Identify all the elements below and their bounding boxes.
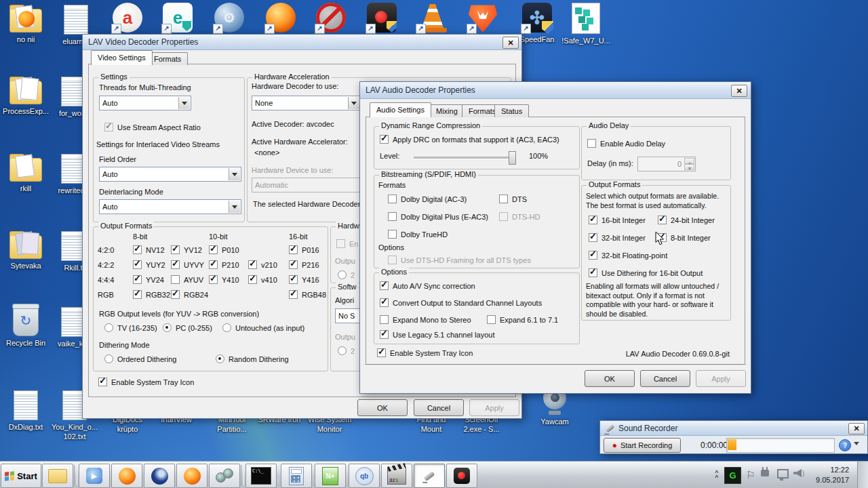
ok-button[interactable]: OK	[585, 370, 635, 387]
sound-recorder-titlebar[interactable]: Sound Recorder	[600, 421, 867, 436]
nv12-checkbox[interactable]: NV12	[133, 245, 165, 254]
desktop-icon-recorder[interactable]	[360, 3, 403, 33]
partial-checkbox[interactable]: En	[336, 239, 358, 248]
tray-chevron-icon[interactable]: ^^	[712, 467, 722, 483]
close-icon[interactable]: ✕	[502, 37, 519, 49]
eac3-checkbox[interactable]: Dolby Digital Plus (E-AC3)	[388, 212, 488, 221]
video-tray-icon-checkbox[interactable]: Enable System Tray Icon	[98, 378, 194, 386]
taskbar-firefox2-button[interactable]	[176, 464, 208, 488]
desktop-icon-antispy[interactable]	[309, 3, 353, 33]
int24-checkbox[interactable]: 24-bit Integer	[658, 216, 715, 224]
taskbar-calculator-button[interactable]	[281, 464, 312, 488]
chevron-down-icon[interactable]	[348, 97, 359, 109]
help-icon[interactable]: ?	[839, 439, 851, 451]
ac3-checkbox[interactable]: Dolby Digital (AC-3)	[388, 195, 467, 203]
show-desktop-button[interactable]	[857, 462, 868, 488]
taskbar-qbittorrent-button[interactable]: qb	[349, 464, 380, 488]
p210-checkbox[interactable]: P210	[209, 260, 239, 269]
apply-button[interactable]: Apply	[469, 399, 519, 416]
deinterlacing-combobox[interactable]: Auto	[99, 199, 241, 214]
radio-tv[interactable]: TV (16-235)	[104, 323, 157, 332]
start-button[interactable]: Start	[1, 464, 41, 488]
convert-layout-checkbox[interactable]: Convert Output to Standard Channel Layou…	[380, 298, 542, 307]
taskbar-explorer-button[interactable]	[42, 464, 73, 488]
close-icon[interactable]: ✕	[731, 85, 747, 97]
slider-thumb[interactable]	[509, 151, 516, 165]
desktop-icon-vlc[interactable]	[411, 3, 454, 33]
v410-checkbox[interactable]: v410	[248, 275, 277, 284]
tab-status[interactable]: Status	[494, 104, 529, 117]
y410-checkbox[interactable]: Y410	[209, 275, 239, 284]
yv12-checkbox[interactable]: YV12	[171, 245, 202, 254]
rgb32-checkbox[interactable]: RGB32	[133, 290, 170, 299]
tray-speaker-icon[interactable]: )	[793, 469, 804, 477]
v210-checkbox[interactable]: v210	[248, 260, 277, 269]
desktop-icon-tuneup[interactable]: ⚙	[208, 3, 251, 33]
desktop-icon-sytevaka[interactable]: Sytevaka	[4, 229, 47, 270]
video-dialog-titlebar[interactable]: LAV Video Decoder Properties	[83, 35, 521, 50]
cancel-button[interactable]: Cancel	[414, 399, 464, 416]
ok-button[interactable]: OK	[357, 399, 408, 416]
radio-random-dithering[interactable]: Random Dithering	[216, 354, 289, 363]
use-stream-aspect-checkbox[interactable]: Use Stream Aspect Ratio	[104, 123, 201, 131]
desktop-icon-recycle-bin[interactable]: ↻ Recycle Bin	[4, 305, 47, 348]
tab-audio-settings[interactable]: Audio Settings	[370, 102, 431, 117]
taskbar-wmp-button[interactable]: ▶	[79, 464, 110, 488]
hw-decoder-combobox[interactable]: None	[252, 96, 361, 110]
tray-gpu-icon[interactable]: G	[724, 467, 741, 484]
desktop-icon-emdb[interactable]: e	[156, 3, 199, 33]
taskbar-cmd-button[interactable]: C:\_	[245, 464, 277, 488]
radio-ordered-dithering[interactable]: Ordered Dithering	[104, 354, 176, 363]
desktop-icon-firefox[interactable]	[259, 3, 302, 33]
tab-video-settings[interactable]: Video Settings	[91, 50, 153, 65]
radio-pc[interactable]: PC (0-255)	[163, 323, 212, 332]
tab-mixing[interactable]: Mixing	[429, 104, 465, 117]
apply-drc-checkbox[interactable]: Apply DRC on formats that support it (AC…	[380, 135, 559, 144]
audio-dialog-titlebar[interactable]: LAV Audio Decoder Properties	[360, 82, 751, 99]
yv24-checkbox[interactable]: YV24	[133, 275, 164, 284]
p216-checkbox[interactable]: P216	[289, 260, 319, 269]
dts-checkbox[interactable]: DTS	[499, 195, 527, 203]
expand-mono-checkbox[interactable]: Expand Mono to Stereo	[380, 315, 471, 324]
truehd-checkbox[interactable]: Dolby TrueHD	[388, 230, 448, 239]
dither16-checkbox[interactable]: Use Dithering for 16-bit Output	[589, 268, 703, 277]
taskbar-mpc-button[interactable]: 321	[381, 464, 412, 488]
taskbar-lens-button[interactable]	[209, 464, 240, 488]
tray-power-icon[interactable]	[761, 470, 769, 476]
field-order-combobox[interactable]: Auto	[99, 167, 241, 182]
legacy-51-checkbox[interactable]: Use Legacy 5.1 channel layout	[380, 330, 494, 339]
p010-checkbox[interactable]: P010	[209, 245, 239, 254]
tray-clock[interactable]: 12:22 9.05.2017	[811, 465, 849, 485]
int16-checkbox[interactable]: 16-bit Integer	[589, 216, 646, 224]
partial-radio[interactable]: 2	[338, 270, 355, 279]
start-recording-button[interactable]: ● Start Recording	[604, 438, 681, 453]
rgb24-checkbox[interactable]: RGB24	[171, 290, 208, 299]
p016-checkbox[interactable]: P016	[289, 245, 319, 254]
threads-combobox[interactable]: Auto	[99, 96, 191, 110]
close-icon[interactable]: ✕	[848, 423, 865, 434]
taskbar-notepadpp-button[interactable]: N+	[315, 464, 346, 488]
taskbar-firefox-button[interactable]	[111, 464, 142, 488]
chevron-down-icon[interactable]	[229, 168, 240, 180]
uyvy-checkbox[interactable]: UYVY	[171, 260, 204, 269]
desktop-icon-processexp[interactable]: ProcessExp...	[4, 75, 47, 116]
desktop-icon-dxdiag[interactable]: DxDiag.txt	[4, 390, 47, 432]
chevron-down-icon[interactable]	[854, 442, 859, 448]
yuy2-checkbox[interactable]: YUY2	[133, 260, 165, 269]
taskbar-screen-recorder-button[interactable]	[446, 464, 477, 488]
desktop-icon-safe-w7[interactable]: !Safe_W7_U...	[564, 3, 608, 45]
ayuv-checkbox[interactable]: AYUV	[171, 275, 203, 284]
cancel-button[interactable]: Cancel	[640, 370, 690, 387]
tab-formats[interactable]: Formats	[147, 52, 188, 65]
radio-untouched[interactable]: Untouched (as input)	[222, 323, 304, 332]
enable-delay-checkbox[interactable]: Enable Audio Delay	[587, 139, 665, 148]
chevron-down-icon[interactable]	[178, 97, 190, 109]
y416-checkbox[interactable]: Y416	[289, 275, 319, 284]
expand-61-checkbox[interactable]: Expand 6.1 to 7.1	[487, 315, 558, 324]
desktop-icon-aimp[interactable]: a	[106, 3, 149, 33]
checkbox-checked-disabled[interactable]	[104, 123, 113, 131]
rgb48-checkbox[interactable]: RGB48	[289, 290, 326, 299]
desktop-icon-rkill[interactable]: rkill	[4, 152, 47, 193]
desktop-icon-brave[interactable]	[461, 3, 505, 33]
partial-radio[interactable]: 2	[338, 346, 355, 355]
